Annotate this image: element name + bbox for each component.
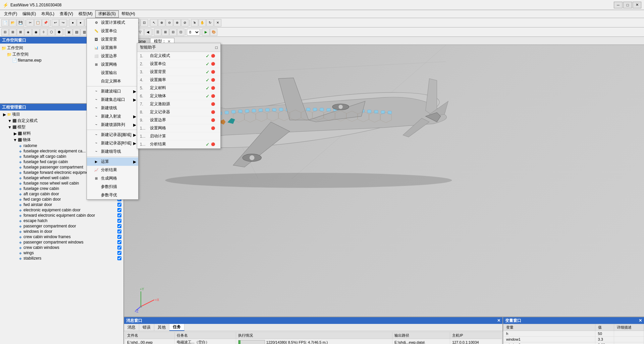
- tb2-b22[interactable]: ⊟: [169, 28, 177, 36]
- obj-checkbox-16[interactable]: [117, 229, 121, 233]
- obj-checkbox-14[interactable]: [117, 219, 121, 223]
- menu-set-calc-mode[interactable]: ⚙ 设置计算模式: [87, 18, 138, 27]
- tb-save[interactable]: 💾: [17, 19, 24, 26]
- tb-c2[interactable]: ⊖: [166, 19, 173, 26]
- tb2-b7[interactable]: ⬡: [48, 28, 55, 36]
- solver-dropdown-menu[interactable]: ⚙ 设置计算模式 📏 设置单位 🖼 设置背景 📊 设置频率 ⬜ 设置边界 ⊞ 设…: [87, 18, 139, 200]
- obj-checkbox-17[interactable]: [117, 235, 121, 239]
- tb-cut[interactable]: ✂: [26, 19, 34, 26]
- tb2-b9[interactable]: ▣: [65, 28, 72, 36]
- tb2-b19[interactable]: ◀: [144, 28, 152, 36]
- tb-rotate[interactable]: ↻: [206, 19, 214, 26]
- tb2-b20[interactable]: ☰: [154, 28, 161, 36]
- menu-new-incident-wave[interactable]: ~ 新建入射波 ▶: [87, 112, 138, 121]
- tb-redo[interactable]: ↪: [59, 19, 67, 26]
- menu-new-thin-wire[interactable]: ~ 新建细导线: [87, 147, 138, 156]
- close-button[interactable]: ✕: [633, 2, 641, 8]
- menu-new-source-array[interactable]: ~ 新建馈源阵列 ▶: [87, 121, 138, 129]
- menu-param-scan[interactable]: 参数扫描: [87, 183, 138, 191]
- menu-new-wave-port[interactable]: ~ 新建波端口 ▶: [87, 87, 138, 95]
- tb-b2[interactable]: ●: [77, 19, 84, 26]
- expand-icon[interactable]: ▼: [13, 138, 17, 142]
- tb2-b10[interactable]: ▤: [73, 28, 80, 36]
- menu-analyze[interactable]: 📈 分析结果: [87, 166, 138, 174]
- menu-new-feedline[interactable]: ~ 新建馈线: [87, 104, 138, 112]
- tb2-b1[interactable]: ⊟: [1, 28, 9, 36]
- tb-open[interactable]: 📂: [9, 19, 16, 26]
- menu-set-background[interactable]: 🖼 设置背景: [87, 35, 138, 44]
- tb2-b3[interactable]: ⊠: [17, 28, 24, 36]
- obj-checkbox-20[interactable]: [117, 251, 121, 255]
- menu-new-recorder-time[interactable]: ~ 新建记录器[时域] ▶: [87, 139, 138, 147]
- tb-hand[interactable]: ✋: [199, 19, 206, 26]
- tab-errors[interactable]: 错误: [139, 324, 154, 331]
- menu-run[interactable]: ▶ 运算 ▶: [87, 157, 138, 166]
- menu-set-frequency[interactable]: 📊 设置频率: [87, 44, 138, 52]
- expand-icon[interactable]: ▼: [7, 125, 12, 130]
- obj-checkbox-13[interactable]: [117, 213, 121, 217]
- tb-b1[interactable]: ●: [69, 19, 76, 26]
- tb-new[interactable]: 📄: [1, 19, 9, 26]
- tb-c4[interactable]: ⊘: [181, 19, 189, 26]
- tb2-b8[interactable]: ⬢: [55, 28, 63, 36]
- menu-layout[interactable]: 布局(L): [39, 10, 57, 18]
- 3d-viewport[interactable]: +X +Y +Z: [124, 45, 644, 317]
- tb2-b5[interactable]: ◉: [32, 28, 40, 36]
- obj-checkbox-18[interactable]: [117, 240, 121, 244]
- tab-model[interactable]: 模型： ✕: [150, 38, 174, 45]
- menu-solver[interactable]: 求解器(S): [95, 10, 119, 18]
- proj-object-16[interactable]: ◆ windows in door: [1, 229, 123, 234]
- menu-new-recorder-freq[interactable]: ~ 新建记录器[频域] ▶: [87, 131, 138, 139]
- proj-object-18[interactable]: ◆ passenger compartment windows: [1, 239, 123, 245]
- menu-custom-script[interactable]: 自定义脚本: [87, 77, 138, 85]
- menu-set-mesh[interactable]: ⊞ 设置网格: [87, 60, 138, 69]
- tab-close-icon[interactable]: ✕: [167, 39, 171, 44]
- proj-object-17[interactable]: ◆ crew cabin window frames: [1, 234, 123, 239]
- tb2-b6[interactable]: ◊: [40, 28, 47, 36]
- tb2-b4[interactable]: ◈: [24, 28, 32, 36]
- menu-gen-mesh[interactable]: ⊞ 生成网格: [87, 174, 138, 183]
- expand-icon[interactable]: ▶: [2, 112, 7, 117]
- tb-undo[interactable]: ↩: [52, 19, 59, 26]
- proj-object-11[interactable]: ◆ fwd airstair door: [1, 202, 123, 207]
- expand-icon[interactable]: ▼: [7, 119, 12, 123]
- tb-copy[interactable]: 📋: [34, 19, 42, 26]
- tb-c1[interactable]: ⊕: [158, 19, 165, 26]
- obj-checkbox-15[interactable]: [117, 224, 121, 228]
- quality-select[interactable]: 8 4 16: [187, 29, 200, 36]
- tb-zoom-fit[interactable]: ⊡: [141, 19, 148, 26]
- menu-set-output[interactable]: 设置输出: [87, 69, 138, 77]
- expand-icon[interactable]: ▶: [13, 131, 17, 136]
- proj-object-21[interactable]: ◆ stabilizers: [1, 256, 123, 261]
- variable-panel-close[interactable]: ✕: [639, 318, 642, 323]
- maximize-button[interactable]: □: [623, 2, 632, 8]
- proj-object-19[interactable]: ◆ crew cabin windows: [1, 245, 123, 250]
- tab-messages[interactable]: 消息: [124, 324, 139, 331]
- tb-paste[interactable]: 📌: [42, 19, 49, 26]
- tab-tasks[interactable]: 任务: [169, 324, 184, 331]
- menu-set-boundary[interactable]: ⬜ 设置边界: [87, 52, 138, 60]
- menu-help[interactable]: 帮助(H): [119, 10, 138, 18]
- tb2-b21[interactable]: ⊞: [162, 28, 169, 36]
- tb-cursor[interactable]: 🖱: [191, 19, 198, 26]
- tb2-b23[interactable]: ⊡: [177, 28, 184, 36]
- menu-file[interactable]: 文件(F): [1, 10, 20, 18]
- tb-reset[interactable]: ✕: [214, 19, 221, 26]
- obj-checkbox-12[interactable]: [117, 208, 121, 212]
- tb2-colormap[interactable]: 🎨: [210, 28, 217, 36]
- tb2-b2[interactable]: ⊞: [9, 28, 16, 36]
- tab-other[interactable]: 其他: [154, 324, 169, 331]
- tb-c3[interactable]: ⊗: [173, 19, 181, 26]
- menu-view[interactable]: 查看(V): [57, 10, 76, 18]
- proj-object-13[interactable]: ◆ forward electronic equipment cabin doo…: [1, 213, 123, 218]
- menu-model[interactable]: 模型(M): [76, 10, 95, 18]
- menu-param-opt[interactable]: 参数寻优: [87, 191, 138, 199]
- menu-new-lumped-port[interactable]: ~ 新建集总端口 ▶: [87, 95, 138, 104]
- message-panel-close[interactable]: ✕: [497, 318, 500, 323]
- obj-checkbox-21[interactable]: [117, 256, 121, 260]
- titlebar-controls[interactable]: ─ □ ✕: [614, 2, 641, 8]
- minimize-button[interactable]: ─: [614, 2, 623, 8]
- proj-object-15[interactable]: ◆ passenger compartment door: [1, 223, 123, 229]
- menu-edit[interactable]: 编辑(E): [20, 10, 39, 18]
- proj-object-12[interactable]: ◆ electronic equipment cabin door: [1, 207, 123, 213]
